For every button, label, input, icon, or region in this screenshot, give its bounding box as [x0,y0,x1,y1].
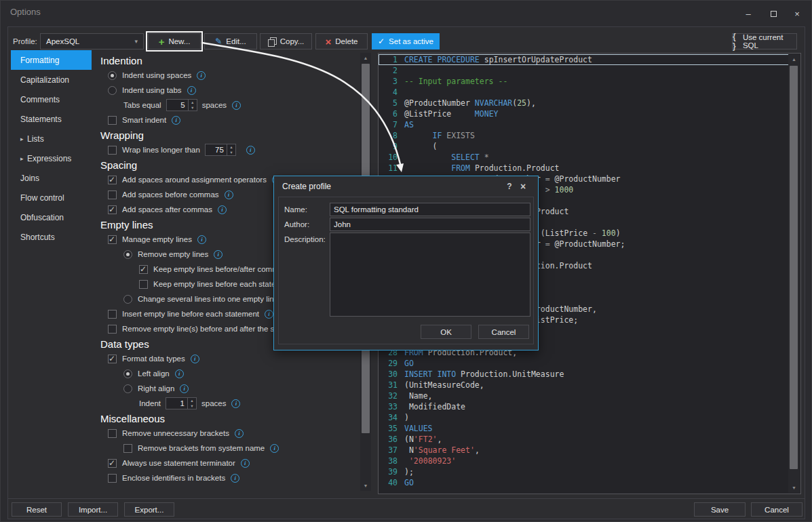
setting-label: Add spaces after commas [122,205,212,214]
new-profile-button[interactable]: + New... [148,33,201,49]
info-icon[interactable]: i [197,235,206,244]
number-input[interactable]: 1▲▼ [166,397,197,409]
minimize-icon[interactable]: – [740,6,756,21]
info-icon[interactable]: i [246,146,255,155]
cancel-button[interactable]: Cancel [751,502,803,517]
checkbox[interactable] [139,265,148,274]
info-icon[interactable]: i [235,429,244,438]
spinner-down-icon[interactable]: ▼ [227,150,235,155]
checkbox[interactable] [108,116,117,125]
sidebar-item-statements[interactable]: Statements [11,109,92,129]
scroll-down-icon[interactable]: ▼ [788,483,800,493]
code-token: ), [526,98,536,108]
checkbox[interactable] [108,146,117,155]
radio[interactable] [123,295,132,304]
setting-smart-indent: Smart indenti [99,113,360,127]
checkbox[interactable] [108,325,117,334]
info-icon[interactable]: i [270,444,279,453]
sidebar-item-formatting[interactable]: Formatting [11,50,92,70]
scroll-down-icon[interactable]: ▼ [360,481,371,491]
spinner-down-icon[interactable]: ▼ [189,105,197,111]
radio[interactable] [123,369,132,378]
info-icon[interactable]: i [175,369,184,378]
spinner[interactable]: ▲▼ [187,398,196,409]
radio[interactable] [123,384,132,393]
sidebar-item-obfuscation[interactable]: Obfuscation [11,207,92,227]
info-icon[interactable]: i [180,384,189,393]
spinner[interactable]: ▲▼ [188,100,197,111]
info-icon[interactable]: i [231,399,240,408]
setting-label: Indent using tabs [122,86,182,94]
checkbox[interactable] [108,355,117,363]
spinner-up-icon[interactable]: ▲ [227,144,235,150]
profile-dropdown[interactable]: ApexSQL ▾ [40,33,144,49]
spinner-down-icon[interactable]: ▼ [188,403,196,409]
dialog-cancel-button[interactable]: Cancel [478,325,529,339]
info-icon[interactable]: i [241,459,250,468]
number-input[interactable]: 75▲▼ [205,144,236,156]
close-icon[interactable]: × [789,6,805,21]
code-text: ); [404,467,414,477]
scrollbar-thumb[interactable] [790,66,798,469]
copy-profile-button[interactable]: Copy... [260,33,312,49]
ok-button[interactable]: OK [421,325,471,339]
sidebar-item-capitalization[interactable]: Capitalization [11,70,92,89]
info-icon[interactable]: i [218,205,227,214]
checkbox[interactable] [139,280,148,289]
spinner[interactable]: ▲▼ [227,144,235,155]
export-button[interactable]: Export... [124,502,174,517]
spinner-up-icon[interactable]: ▲ [188,398,196,403]
checkbox[interactable] [123,444,132,453]
info-icon[interactable]: i [187,86,196,95]
set-as-active-button[interactable]: ✓ Set as active [372,33,440,49]
info-icon[interactable]: i [197,71,206,80]
scroll-up-icon[interactable]: ▲ [788,54,800,64]
sidebar-item-shortcuts[interactable]: Shortcuts [11,227,92,247]
radio[interactable] [108,71,117,80]
sidebar-item-label: Formatting [20,56,59,65]
checkbox[interactable] [108,190,117,199]
dialog-close-icon[interactable]: × [516,181,530,192]
checkbox[interactable] [108,429,117,438]
sidebar-item-comments[interactable]: Comments [11,89,92,109]
sidebar-item-expressions[interactable]: ▸Expressions [11,148,92,168]
checkbox[interactable] [108,235,117,244]
scroll-up-icon[interactable]: ▲ [360,53,371,63]
checkbox[interactable] [108,459,117,468]
save-button[interactable]: Save [694,502,746,517]
checkbox[interactable] [108,176,117,184]
info-icon[interactable]: i [232,101,241,110]
info-icon[interactable]: i [172,116,180,125]
info-icon[interactable]: i [191,355,199,363]
pencil-icon: ✎ [215,37,222,46]
code-token: > [545,185,550,195]
delete-x-icon: × [325,37,331,47]
import-button[interactable]: Import... [68,502,118,517]
checkbox[interactable] [108,474,117,483]
radio[interactable] [108,86,117,95]
maximize-icon[interactable] [765,6,781,21]
info-icon[interactable]: i [225,190,233,199]
use-current-sql-button[interactable]: { } Use current SQL [732,33,797,49]
code-text: VALUES [404,424,433,433]
delete-profile-button[interactable]: × Delete [315,33,368,49]
number-input[interactable]: 5▲▼ [166,99,197,111]
radio[interactable] [123,250,132,259]
sidebar-item-flow-control[interactable]: Flow control [11,188,92,207]
info-icon[interactable]: i [265,310,273,319]
code-scrollbar[interactable]: ▲ ▼ [788,54,800,493]
sidebar-item-lists[interactable]: ▸Lists [11,129,92,148]
checkbox[interactable] [108,205,117,214]
sidebar-item-joins[interactable]: Joins [11,168,92,188]
line-number: 5 [379,98,398,108]
edit-profile-button[interactable]: ✎ Edit... [204,33,257,49]
spinner-up-icon[interactable]: ▲ [189,100,197,105]
checkbox[interactable] [108,310,117,319]
author-field[interactable] [330,218,530,231]
info-icon[interactable]: i [231,474,239,483]
help-button[interactable]: ? [503,182,516,191]
reset-button[interactable]: Reset [12,502,62,517]
info-icon[interactable]: i [214,250,223,259]
description-field[interactable] [330,233,530,317]
name-field[interactable] [330,203,530,216]
